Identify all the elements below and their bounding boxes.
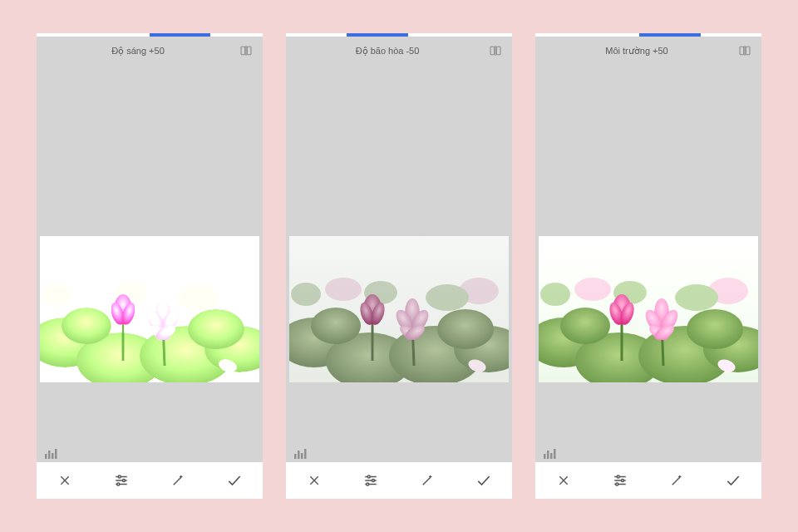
editor-panel: Độ sáng +50 xyxy=(37,33,263,499)
svg-rect-79 xyxy=(746,47,750,54)
svg-rect-65 xyxy=(294,454,297,459)
svg-rect-107 xyxy=(554,449,556,459)
edited-image xyxy=(289,236,509,382)
magic-wand-button[interactable] xyxy=(161,464,195,497)
slider-fill xyxy=(347,33,407,37)
svg-rect-27 xyxy=(48,451,51,459)
svg-rect-67 xyxy=(301,453,303,459)
svg-rect-106 xyxy=(550,453,553,459)
magic-wand-button[interactable] xyxy=(660,464,693,497)
confirm-button[interactable] xyxy=(467,464,500,497)
image-canvas[interactable] xyxy=(535,65,761,462)
tune-button[interactable] xyxy=(603,464,637,497)
svg-point-82 xyxy=(540,283,570,306)
svg-rect-29 xyxy=(55,449,57,459)
slider-track[interactable] xyxy=(37,33,263,37)
histogram-icon[interactable] xyxy=(45,449,58,459)
edited-image xyxy=(539,236,758,382)
slider-track[interactable] xyxy=(286,33,512,37)
adjustment-label: Độ bão hòa -50 xyxy=(286,46,489,57)
histogram-icon[interactable] xyxy=(544,449,557,459)
svg-point-72 xyxy=(367,475,370,478)
svg-point-47 xyxy=(426,284,469,311)
svg-point-35 xyxy=(123,480,126,482)
svg-rect-39 xyxy=(490,47,495,54)
histogram-icon[interactable] xyxy=(294,449,308,459)
svg-point-44 xyxy=(325,278,362,301)
svg-rect-78 xyxy=(740,47,744,54)
magic-wand-button[interactable] xyxy=(411,464,444,497)
bottom-toolbar xyxy=(535,462,761,499)
compare-icon[interactable] xyxy=(489,44,502,57)
svg-point-92 xyxy=(687,309,743,349)
svg-point-13 xyxy=(62,308,111,344)
svg-point-74 xyxy=(372,480,375,482)
svg-point-8 xyxy=(176,284,219,311)
svg-point-91 xyxy=(560,308,610,344)
svg-line-38 xyxy=(174,477,181,485)
bottom-toolbar xyxy=(286,462,512,499)
svg-point-115 xyxy=(616,483,618,485)
svg-rect-68 xyxy=(304,449,307,459)
svg-point-83 xyxy=(574,278,611,301)
header: Độ sáng +50 xyxy=(37,37,263,65)
confirm-button[interactable] xyxy=(218,464,251,497)
slider-fill xyxy=(639,33,700,37)
adjustment-label: Môi trường +50 xyxy=(535,46,738,57)
tune-button[interactable] xyxy=(105,464,138,497)
slider-track[interactable] xyxy=(535,33,761,37)
svg-point-43 xyxy=(291,283,321,306)
svg-line-116 xyxy=(672,477,680,485)
cancel-button[interactable] xyxy=(547,464,580,497)
header: Độ bão hòa -50 xyxy=(286,37,512,65)
cancel-button[interactable] xyxy=(298,464,331,497)
compare-icon[interactable] xyxy=(738,44,751,57)
svg-rect-26 xyxy=(45,454,47,459)
svg-point-37 xyxy=(117,483,120,485)
svg-rect-28 xyxy=(52,453,54,459)
compare-icon[interactable] xyxy=(239,44,253,57)
svg-rect-104 xyxy=(544,454,546,459)
svg-rect-105 xyxy=(547,451,549,459)
editor-panel: Môi trường +50 xyxy=(535,33,761,499)
svg-rect-0 xyxy=(241,47,245,54)
svg-rect-1 xyxy=(247,47,251,54)
svg-point-52 xyxy=(311,308,361,344)
svg-point-76 xyxy=(367,483,369,485)
header: Môi trường +50 xyxy=(535,37,761,65)
svg-point-113 xyxy=(622,480,624,482)
edited-image xyxy=(40,236,259,382)
svg-point-53 xyxy=(437,309,494,349)
confirm-button[interactable] xyxy=(717,464,750,497)
svg-rect-40 xyxy=(496,47,500,54)
cancel-button[interactable] xyxy=(48,464,81,497)
svg-rect-66 xyxy=(298,451,300,459)
svg-point-111 xyxy=(617,475,619,478)
svg-point-33 xyxy=(118,475,121,478)
editor-panel: Độ bão hòa -50 xyxy=(286,33,512,499)
svg-line-77 xyxy=(423,477,431,485)
svg-point-86 xyxy=(675,284,718,311)
svg-point-4 xyxy=(42,283,71,306)
adjustment-label: Độ sáng +50 xyxy=(37,46,239,57)
svg-point-14 xyxy=(188,309,244,349)
bottom-toolbar xyxy=(37,462,263,499)
image-canvas[interactable] xyxy=(37,65,263,462)
image-canvas[interactable] xyxy=(286,65,512,462)
slider-fill xyxy=(150,33,210,37)
tune-button[interactable] xyxy=(354,464,387,497)
svg-point-5 xyxy=(76,278,112,301)
